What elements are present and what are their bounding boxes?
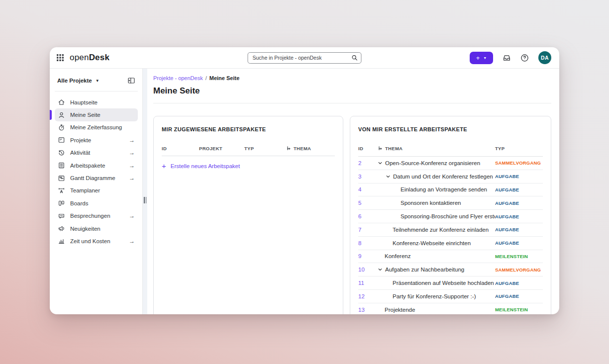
sidebar-item-label: Besprechungen xyxy=(70,213,110,219)
chevron-down-icon: ▼ xyxy=(96,79,100,83)
sidebar-item-gantt-diagramme[interactable]: Gantt Diagramme→ xyxy=(55,172,138,184)
work-package-id-link[interactable]: 10 xyxy=(358,267,378,273)
sidebar-item-meine-seite[interactable]: Meine Seite xyxy=(55,108,138,121)
team-planner-icon xyxy=(58,187,65,194)
work-package-row[interactable]: 6Sponsoring-Broschüre und Flyer erstelle… xyxy=(358,210,543,223)
work-package-type-badge: MEILENSTEIN xyxy=(495,307,543,312)
work-package-type-badge: SAMMELVORGANG xyxy=(495,267,543,273)
breadcrumb-current: Meine Seite xyxy=(209,75,240,81)
work-package-topic[interactable]: Konferenz xyxy=(378,253,495,259)
work-package-topic[interactable]: Einladung an Vortragende senden xyxy=(378,186,495,192)
work-package-icon xyxy=(58,162,65,169)
work-package-topic[interactable]: Sponsoring-Broschüre und Flyer erstellen xyxy=(378,213,495,219)
column-type[interactable]: TYP xyxy=(244,146,286,151)
work-package-topic[interactable]: Präsentationen auf Webseite hochladen xyxy=(378,280,495,286)
work-package-row[interactable]: 10Aufgaben zur NachbearbeitungSAMMELVORG… xyxy=(358,263,543,276)
work-package-id-link[interactable]: 4 xyxy=(358,186,378,192)
work-package-id-link[interactable]: 3 xyxy=(358,174,378,180)
title-divider xyxy=(153,103,551,103)
work-package-row[interactable]: 2Open-Source-Konferenz organisierenSAMME… xyxy=(358,157,543,170)
work-package-type-badge: AUFGABE xyxy=(495,227,543,232)
sidebar-item-label: Meine Seite xyxy=(70,112,101,118)
main-content: Projekte - openDesk / Meine Seite Meine … xyxy=(147,69,559,314)
work-package-id-link[interactable]: 13 xyxy=(358,307,378,313)
collapse-sidebar-icon[interactable] xyxy=(127,77,135,85)
breadcrumb: Projekte - openDesk / Meine Seite xyxy=(153,75,551,81)
sidebar-item-arbeitspakete[interactable]: Arbeitspakete→ xyxy=(55,159,138,172)
work-package-id-link[interactable]: 5 xyxy=(358,200,378,206)
resize-handle-icon[interactable] xyxy=(144,197,146,203)
add-button[interactable]: + ▼ xyxy=(470,52,493,64)
sidebar-item-neuigkeiten[interactable]: Neuigkeiten xyxy=(55,222,138,235)
work-package-topic[interactable]: Projektende xyxy=(378,307,495,313)
work-package-row[interactable]: 7Teilnehmende zur Konferenz einladenAUFG… xyxy=(358,223,543,237)
work-package-row[interactable]: 11Präsentationen auf Webseite hochladenA… xyxy=(358,276,543,290)
avatar[interactable]: DA xyxy=(538,51,551,64)
boards-icon xyxy=(58,199,65,207)
collapse-chevron-icon xyxy=(378,267,383,272)
breadcrumb-project-link[interactable]: Projekte - openDesk xyxy=(153,75,203,81)
work-package-row[interactable]: 5Sponsoren kontaktierenAUFGABE xyxy=(358,196,543,210)
sidebar-item-label: Projekte xyxy=(70,137,91,143)
work-package-row[interactable]: 12Party für Konferenz-Supporter :-)AUFGA… xyxy=(358,290,543,303)
work-package-row[interactable]: 9KonferenzMEILENSTEIN xyxy=(358,250,543,264)
logo-group[interactable]: openDesk xyxy=(57,53,109,63)
help-icon[interactable] xyxy=(520,54,529,62)
submenu-arrow-icon: → xyxy=(129,238,135,245)
created-rows: 2Open-Source-Konferenz organisierenSAMME… xyxy=(358,157,543,314)
home-icon xyxy=(58,98,65,106)
assigned-card-title: MIR ZUGEWIESENE ARBEITSPAKETE xyxy=(162,126,335,132)
sidebar-item-label: Hauptseite xyxy=(70,99,98,105)
header-actions: + ▼ DA xyxy=(470,51,551,64)
column-type[interactable]: TYP xyxy=(495,146,543,151)
work-package-topic[interactable]: Datum und Ort der Konferenz festlegen xyxy=(378,174,495,180)
work-package-topic[interactable]: Sponsoren kontaktieren xyxy=(378,200,495,206)
sidebar-item-aktivit-t[interactable]: Aktivität→ xyxy=(55,147,138,159)
meetings-icon xyxy=(58,212,65,220)
sidebar-item-projekte[interactable]: Projekte→ xyxy=(55,134,138,146)
app-window: openDesk + ▼ xyxy=(50,47,559,314)
work-package-topic[interactable]: Konferenz-Webseite einrichten xyxy=(378,240,495,246)
work-package-id-link[interactable]: 7 xyxy=(358,227,378,233)
column-id[interactable]: ID xyxy=(358,146,378,151)
search-input[interactable] xyxy=(248,52,362,64)
project-filter-dropdown[interactable]: Alle Projekte ▼ xyxy=(57,78,100,84)
work-package-row[interactable]: 13ProjektendeMEILENSTEIN xyxy=(358,303,543,314)
project-filter-label: Alle Projekte xyxy=(57,78,92,84)
work-package-type-badge: AUFGABE xyxy=(495,174,543,179)
work-package-topic[interactable]: Party für Konferenz-Supporter :-) xyxy=(378,293,495,299)
work-package-topic[interactable]: Teilnehmende zur Konferenz einladen xyxy=(378,227,495,233)
work-package-row[interactable]: 8Konferenz-Webseite einrichtenAUFGABE xyxy=(358,237,543,250)
breadcrumb-separator: / xyxy=(205,75,207,81)
notifications-inbox-icon[interactable] xyxy=(503,54,511,62)
create-work-package-label: Erstelle neues Arbeitspaket xyxy=(171,163,240,169)
work-package-row[interactable]: 4Einladung an Vortragende sendenAUFGABE xyxy=(358,183,543,197)
work-package-topic[interactable]: Aufgaben zur Nachbearbeitung xyxy=(378,267,495,273)
sidebar-item-hauptseite[interactable]: Hauptseite xyxy=(55,96,138,108)
work-package-topic[interactable]: Open-Source-Konferenz organisieren xyxy=(378,160,495,166)
sidebar-item-teamplaner[interactable]: Teamplaner xyxy=(55,184,138,197)
column-project[interactable]: PROJEKT xyxy=(199,146,244,151)
sidebar-item-zeit-und-kosten[interactable]: Zeit und Kosten→ xyxy=(55,235,138,247)
app-launcher-grid-icon[interactable] xyxy=(57,54,64,62)
work-package-type-badge: AUFGABE xyxy=(495,280,543,286)
work-package-id-link[interactable]: 8 xyxy=(358,240,378,246)
page-title: Meine Seite xyxy=(153,86,551,96)
collapse-chevron-icon xyxy=(378,161,383,166)
create-work-package-link[interactable]: + Erstelle neues Arbeitspaket xyxy=(162,163,335,170)
work-package-id-link[interactable]: 9 xyxy=(358,253,378,259)
sidebar-item-boards[interactable]: Boards xyxy=(55,197,138,209)
work-package-id-link[interactable]: 2 xyxy=(358,160,378,166)
assigned-work-packages-card: MIR ZUGEWIESENE ARBEITSPAKETE ID PROJEKT… xyxy=(153,116,343,314)
column-id[interactable]: ID xyxy=(162,146,199,151)
column-topic[interactable]: THEMA xyxy=(378,146,495,151)
work-package-id-link[interactable]: 12 xyxy=(358,293,378,299)
work-package-id-link[interactable]: 6 xyxy=(358,213,378,219)
sidebar-resize-gutter[interactable] xyxy=(143,69,147,314)
work-package-id-link[interactable]: 11 xyxy=(358,280,378,286)
sidebar-item-besprechungen[interactable]: Besprechungen→ xyxy=(55,210,138,222)
column-topic[interactable]: THEMA xyxy=(286,146,335,151)
work-package-row[interactable]: 3Datum und Ort der Konferenz festlegenAU… xyxy=(358,170,543,183)
work-package-type-badge: AUFGABE xyxy=(495,214,543,219)
sidebar-item-meine-zeiterfassung[interactable]: Meine Zeiterfassung xyxy=(55,121,138,134)
